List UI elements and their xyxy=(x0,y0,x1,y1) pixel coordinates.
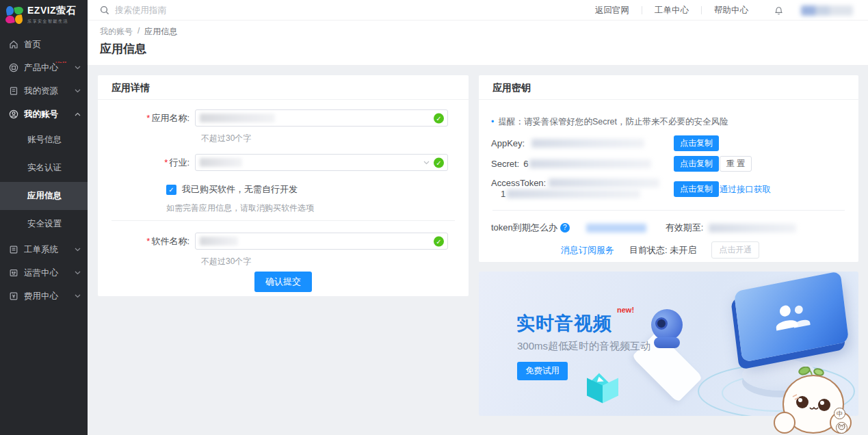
people-icon xyxy=(768,298,815,336)
brand-tagline: 乐享安全智能生活 xyxy=(27,18,76,25)
app-root: EZVIZ萤石 乐享安全智能生活 首页 产品中心new 我的资源 我的账号 xyxy=(0,0,868,435)
copy-secret-button[interactable]: 点击复制 xyxy=(674,156,719,172)
reset-secret-button[interactable]: 重 置 xyxy=(720,156,752,172)
industry-label: *行业: xyxy=(98,157,195,169)
new-badge: new xyxy=(55,62,67,64)
operation-center-icon xyxy=(9,268,18,278)
copy-appkey-button[interactable]: 点击复制 xyxy=(674,135,719,151)
chevron-down-icon xyxy=(75,294,81,298)
breadcrumb-parent[interactable]: 我的账号 xyxy=(100,26,133,38)
bell-icon xyxy=(774,5,783,16)
cube-illustration xyxy=(587,373,618,407)
token-expiry-question: token到期怎么办 xyxy=(491,222,557,234)
sidebar-item-fees[interactable]: 费用中心 xyxy=(0,285,88,308)
top-header: 返回官网 工单中心 帮助中心 我的账号 / 应用信息 应用信息 xyxy=(88,0,868,65)
software-name-input[interactable]: ✓ xyxy=(195,233,448,250)
redacted-software-name xyxy=(200,237,238,246)
message-subscription-link[interactable]: 消息订阅服务 xyxy=(561,244,614,256)
content-area: 应用详情 *应用名称: ✓ 不超过30个字 *行业: ✓ xyxy=(88,65,868,435)
mascot-widget[interactable] xyxy=(772,367,865,435)
camera-base xyxy=(654,337,680,348)
secret-prefix: 6 xyxy=(523,159,528,169)
account-submenu: 账号信息 实名认证 应用信息 安全设置 xyxy=(0,126,88,238)
open-subscription-button[interactable]: 点击开通 xyxy=(711,241,759,259)
breadcrumb-separator: / xyxy=(137,26,140,38)
redacted-accesstoken-line1 xyxy=(549,179,659,187)
question-icon[interactable]: ? xyxy=(560,223,570,233)
app-details-card-title: 应用详情 xyxy=(98,75,469,100)
submit-button[interactable]: 确认提交 xyxy=(254,272,312,292)
help-center-link[interactable]: 帮助中心 xyxy=(702,5,761,16)
cat-face-icon xyxy=(838,423,845,430)
subscription-status: 目前状态: 未开启 xyxy=(629,244,696,256)
main-area: 返回官网 工单中心 帮助中心 我的账号 / 应用信息 应用信息 xyxy=(88,0,868,435)
page-title: 应用信息 xyxy=(100,41,146,57)
copy-accesstoken-button[interactable]: 点击复制 xyxy=(674,181,719,197)
submenu-item-account-info[interactable]: 账号信息 xyxy=(0,126,88,154)
banner-subtitle: 300ms超低延时的音视频互动 xyxy=(517,340,650,353)
accesstoken-label: AccessToken: xyxy=(491,178,546,188)
purchased-software-label: 我已购买软件，无需自行开发 xyxy=(182,183,298,196)
software-name-hint: 不超过30个字 xyxy=(201,256,251,267)
redacted-accesstoken-line2 xyxy=(507,189,640,198)
redacted-token-link[interactable] xyxy=(586,224,646,233)
language-toggle-button[interactable]: 中 xyxy=(834,408,845,419)
top-links: 返回官网 工单中心 帮助中心 xyxy=(583,0,853,21)
app-name-input[interactable]: ✓ xyxy=(195,109,448,127)
redacted-app-name xyxy=(200,114,275,122)
secret-label: Secret: xyxy=(491,159,519,169)
breadcrumb-current: 应用信息 xyxy=(144,26,177,38)
chevron-down-icon xyxy=(75,66,81,70)
submenu-item-app-info[interactable]: 应用信息 xyxy=(0,182,88,210)
sidebar-item-resources[interactable]: 我的资源 xyxy=(0,79,88,103)
mascot-face-button[interactable] xyxy=(836,422,847,434)
software-name-label: *软件名称: xyxy=(98,235,195,248)
redacted-appkey-value xyxy=(531,139,644,148)
monitor-illustration xyxy=(734,272,849,362)
search-icon xyxy=(100,5,109,15)
redacted-industry xyxy=(200,158,242,167)
banner-new-badge: new! xyxy=(617,306,634,314)
app-name-label: *应用名称: xyxy=(98,112,195,124)
product-center-icon xyxy=(9,63,18,72)
sidebar-item-products[interactable]: 产品中心new xyxy=(0,56,88,79)
search-input[interactable] xyxy=(115,5,320,15)
free-trial-button[interactable]: 免费试用 xyxy=(517,362,568,380)
workorder-icon xyxy=(9,245,18,254)
checkbox-hint: 如需完善应用信息，请取消购买软件选项 xyxy=(166,202,314,214)
account-icon xyxy=(9,109,18,119)
chevron-down-icon xyxy=(75,248,81,252)
sidebar-item-operation[interactable]: 运营中心 xyxy=(0,261,88,285)
brand-name: EZVIZ萤石 xyxy=(27,5,76,17)
brand-logo[interactable]: EZVIZ萤石 乐享安全智能生活 xyxy=(0,0,88,29)
banner-title: 实时音视频 xyxy=(516,311,612,336)
valid-check-icon: ✓ xyxy=(434,113,444,123)
user-account-menu[interactable] xyxy=(801,5,853,16)
sidebar-item-label: 工单系统 xyxy=(24,244,69,256)
search-bar: 返回官网 工单中心 帮助中心 xyxy=(88,0,868,21)
app-keys-card-title: 应用密钥 xyxy=(479,75,858,100)
sidebar-item-account[interactable]: 我的账号 xyxy=(0,103,88,126)
sidebar-item-workorder[interactable]: 工单系统 xyxy=(0,238,88,261)
fee-center-icon xyxy=(9,291,18,301)
back-to-official-link[interactable]: 返回官网 xyxy=(583,5,642,16)
sidebar-item-label: 运营中心 xyxy=(24,267,69,279)
app-name-hint: 不超过30个字 xyxy=(201,133,251,144)
sidebar-item-home[interactable]: 首页 xyxy=(0,33,88,56)
accesstoken-prefix: 1 xyxy=(501,189,505,199)
bullet-dot: • xyxy=(491,117,494,127)
workorder-center-link[interactable]: 工单中心 xyxy=(642,5,701,16)
get-via-api-link[interactable]: 通过接口获取 xyxy=(720,184,771,196)
purchased-software-checkbox[interactable]: ✓ xyxy=(166,185,176,195)
home-icon xyxy=(9,40,18,49)
sidebar-item-label: 首页 xyxy=(24,39,81,51)
sidebar-item-label: 产品中心 xyxy=(24,63,58,72)
submenu-item-real-name[interactable]: 实名认证 xyxy=(0,154,88,182)
divider xyxy=(492,210,845,211)
notification-bell[interactable] xyxy=(774,5,783,16)
sidebar: EZVIZ萤石 乐享安全智能生活 首页 产品中心new 我的资源 我的账号 xyxy=(0,0,88,435)
mascot-character xyxy=(772,367,865,435)
industry-select[interactable]: ✓ xyxy=(195,154,448,171)
divider xyxy=(111,220,455,221)
submenu-item-security[interactable]: 安全设置 xyxy=(0,210,88,238)
